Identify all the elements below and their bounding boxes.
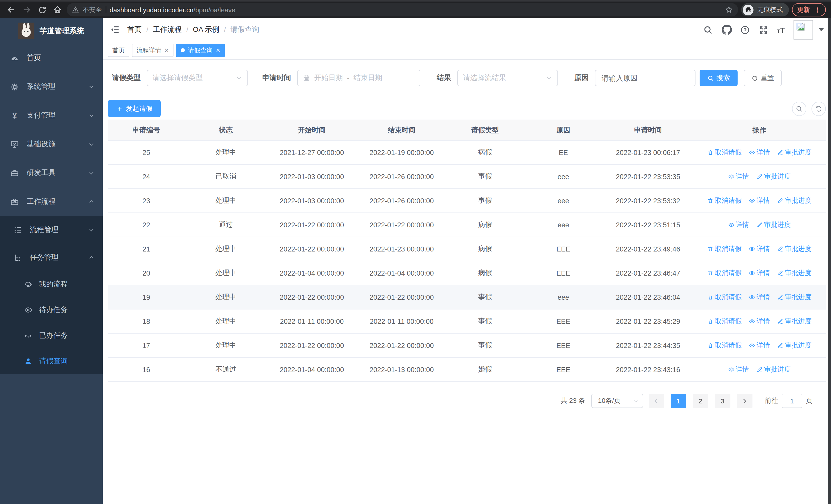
bookmark-star-icon[interactable] <box>725 6 733 14</box>
page-button-3[interactable]: 3 <box>715 394 730 408</box>
address-bar[interactable]: 不安全 dashboard.yudao.iocoder.cn/bpm/oa/le… <box>67 3 738 17</box>
back-icon[interactable] <box>5 4 18 16</box>
action-detail-link[interactable]: 详情 <box>749 196 770 205</box>
action-detail-link[interactable]: 详情 <box>749 293 770 302</box>
action-progress-link[interactable]: 审批进度 <box>777 148 811 157</box>
apply-time-range-picker[interactable]: 开始日期 - 结束日期 <box>297 70 420 86</box>
close-icon[interactable]: ✕ <box>164 47 169 54</box>
action-progress-link[interactable]: 审批进度 <box>756 172 791 181</box>
action-detail-link[interactable]: 详情 <box>749 341 770 350</box>
tab-process-detail[interactable]: 流程详情 ✕ <box>132 43 173 57</box>
page-size-select[interactable]: 10条/页 <box>591 394 643 408</box>
home-icon[interactable] <box>51 4 64 16</box>
col-end: 结束时间 <box>357 120 447 140</box>
action-progress-link[interactable]: 审批进度 <box>777 196 811 205</box>
avatar-caret-icon[interactable] <box>819 28 824 31</box>
cell-reason: EEE <box>523 261 603 285</box>
action-progress-link[interactable]: 审批进度 <box>777 268 811 278</box>
action-progress-link[interactable]: 审批进度 <box>756 220 791 230</box>
update-button[interactable]: 更新 ⋮ <box>792 3 826 17</box>
sidebar-item-infra[interactable]: 基础设施 <box>0 130 103 158</box>
refresh-icon <box>751 75 758 81</box>
sidebar-item-task-mgmt[interactable]: 任务管理 <box>0 244 103 271</box>
search-icon[interactable] <box>703 25 713 35</box>
sidebar-item-done-tasks[interactable]: 已办任务 <box>0 323 103 349</box>
forward-icon[interactable] <box>21 4 33 16</box>
reload-icon[interactable] <box>36 4 48 16</box>
action-cancel-link[interactable]: 取消请假 <box>707 268 742 278</box>
incognito-label: 无痕模式 <box>757 5 783 14</box>
cell-start: 2021-12-27 00:00:00 <box>267 140 357 165</box>
fullscreen-icon[interactable] <box>758 25 768 35</box>
action-cancel-link[interactable]: 取消请假 <box>707 293 742 302</box>
breadcrumb-oa[interactable]: OA 示例 <box>193 25 220 34</box>
sidebar-item-payment[interactable]: ¥ 支付管理 <box>0 101 103 130</box>
cell-id: 24 <box>108 165 185 188</box>
result-select[interactable]: 请选择流结果 <box>457 70 558 86</box>
sidebar-item-process-mgmt[interactable]: 流程管理 <box>0 216 103 244</box>
goto-page-input[interactable] <box>782 394 802 408</box>
cell-status: 不通过 <box>185 357 267 382</box>
logo[interactable]: 芋道管理系统 <box>0 18 103 43</box>
prev-page-button[interactable] <box>649 394 664 408</box>
tab-home[interactable]: 首页 <box>108 43 130 57</box>
leave-type-select[interactable]: 请选择请假类型 <box>147 70 248 86</box>
reason-input[interactable] <box>601 73 690 83</box>
browser-menu-icon[interactable]: ⋮ <box>814 6 821 13</box>
action-cancel-link[interactable]: 取消请假 <box>707 341 742 350</box>
action-detail-link[interactable]: 详情 <box>749 148 770 157</box>
page-button-1[interactable]: 1 <box>670 394 686 408</box>
sidebar-item-system[interactable]: 系统管理 <box>0 72 103 101</box>
cell-type: 病假 <box>447 140 523 165</box>
action-progress-link[interactable]: 审批进度 <box>777 293 811 302</box>
cell-type: 事假 <box>447 333 523 357</box>
avatar[interactable] <box>794 20 813 39</box>
action-progress-link[interactable]: 审批进度 <box>777 341 811 350</box>
sidebar-fold-icon[interactable] <box>110 25 120 35</box>
sidebar-item-leave-query[interactable]: 请假查询 <box>0 349 103 374</box>
sidebar-item-home[interactable]: 首页 <box>0 43 103 72</box>
cell-actions: 取消请假详情审批进度 <box>693 140 826 165</box>
github-icon[interactable] <box>722 25 732 35</box>
breadcrumb-workflow[interactable]: 工作流程 <box>153 25 182 34</box>
search-button[interactable]: 搜索 <box>699 70 738 86</box>
cell-apply: 2022-01-22 23:46:47 <box>603 261 693 285</box>
refresh-table-button[interactable] <box>811 101 826 116</box>
font-size-icon[interactable]: TT <box>777 25 785 34</box>
action-detail-link[interactable]: 详情 <box>749 244 770 254</box>
tab-leave-query[interactable]: 请假查询 ✕ <box>176 43 225 57</box>
sidebar-item-devtools[interactable]: 研发工具 <box>0 158 103 187</box>
breadcrumb-home[interactable]: 首页 <box>127 25 142 34</box>
next-page-button[interactable] <box>737 394 752 408</box>
action-detail-link[interactable]: 详情 <box>749 317 770 326</box>
help-icon[interactable] <box>740 25 750 35</box>
action-progress-link[interactable]: 审批进度 <box>777 317 811 326</box>
show-search-button[interactable] <box>792 101 806 116</box>
action-cancel-link[interactable]: 取消请假 <box>707 148 742 157</box>
action-detail-link[interactable]: 详情 <box>749 268 770 278</box>
reset-button[interactable]: 重置 <box>744 70 782 86</box>
action-cancel-link[interactable]: 取消请假 <box>707 196 742 205</box>
cell-status: 处理中 <box>185 333 267 357</box>
action-cancel-link[interactable]: 取消请假 <box>707 317 742 326</box>
col-reason: 原因 <box>523 120 603 140</box>
sidebar-item-workflow[interactable]: 工作流程 <box>0 187 103 216</box>
dashboard-icon <box>10 54 19 62</box>
close-icon[interactable]: ✕ <box>216 47 220 54</box>
action-progress-link[interactable]: 审批进度 <box>777 244 811 254</box>
sidebar-item-my-process[interactable]: 我的流程 <box>0 271 103 297</box>
create-leave-button[interactable]: ＋ 发起请假 <box>108 100 161 117</box>
cell-end: 2022-01-04 00:00:00 <box>357 261 447 285</box>
cell-actions: 取消请假详情审批进度 <box>693 309 826 333</box>
action-cancel-link[interactable]: 取消请假 <box>707 244 742 254</box>
cell-end: 2022-01-22 00:00:00 <box>357 285 447 309</box>
action-detail-link[interactable]: 详情 <box>728 172 749 181</box>
page-content: 请假类型 请选择请假类型 申请时间 开始日期 - 结束日期 结果 请选择流结果 <box>103 60 831 504</box>
action-detail-link[interactable]: 详情 <box>728 365 749 374</box>
action-progress-link[interactable]: 审批进度 <box>756 365 791 374</box>
scrollbar[interactable] <box>828 18 831 504</box>
sidebar-item-todo-tasks[interactable]: 待办任务 <box>0 297 103 323</box>
page-button-2[interactable]: 2 <box>693 394 708 408</box>
cell-status: 处理中 <box>185 188 267 213</box>
action-detail-link[interactable]: 详情 <box>728 220 749 230</box>
